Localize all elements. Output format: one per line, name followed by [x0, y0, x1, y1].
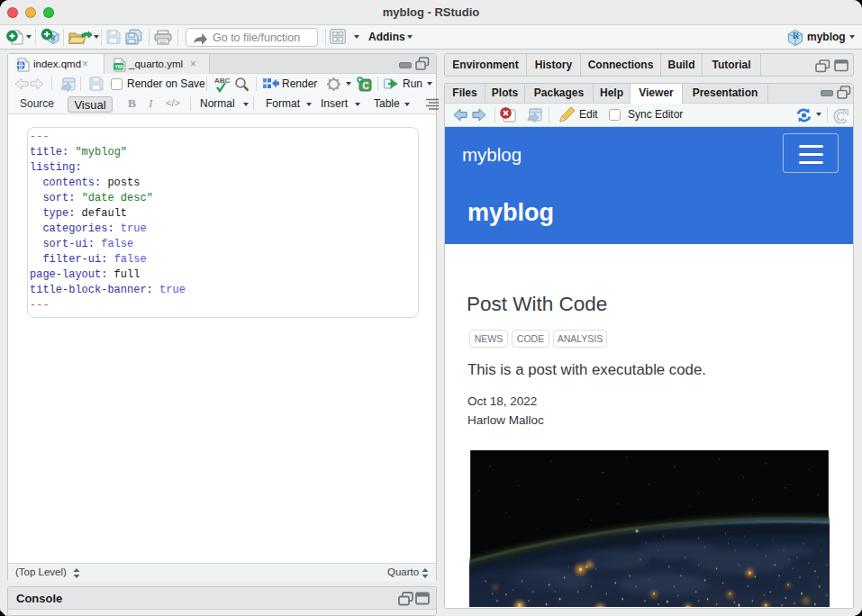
svg-text:C: C [363, 81, 369, 91]
svg-text:ABC: ABC [214, 77, 231, 85]
svg-text:R: R [793, 31, 800, 41]
svg-text:YML: YML [114, 64, 125, 69]
